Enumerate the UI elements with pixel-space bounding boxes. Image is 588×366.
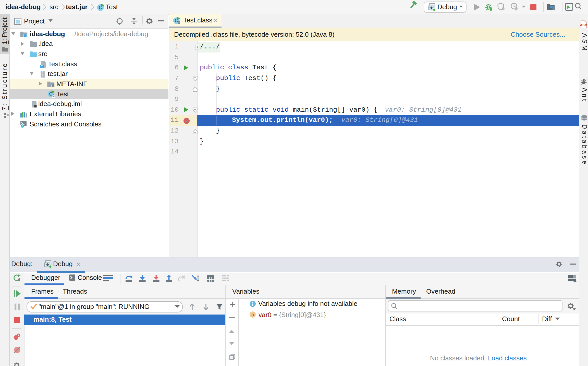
svg-text:01: 01 <box>40 64 43 68</box>
svg-text:ASM: ASM <box>580 23 587 27</box>
svg-text:p: p <box>251 312 254 317</box>
